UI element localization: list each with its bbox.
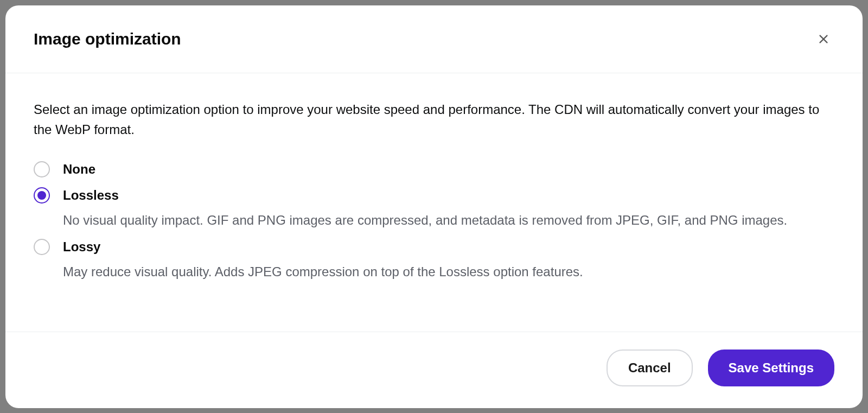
- close-button[interactable]: [813, 28, 834, 50]
- option-lossless[interactable]: Lossless No visual quality impact. GIF a…: [34, 187, 834, 230]
- option-content: None: [63, 161, 834, 177]
- option-content: Lossy May reduce visual quality. Adds JP…: [63, 239, 834, 281]
- modal-footer: Cancel Save Settings: [5, 332, 863, 408]
- option-desc-lossy: May reduce visual quality. Adds JPEG com…: [63, 263, 817, 281]
- modal-header: Image optimization: [5, 5, 863, 73]
- option-label-lossy: Lossy: [63, 239, 834, 255]
- option-none[interactable]: None: [34, 161, 834, 177]
- radio-lossy[interactable]: [34, 239, 50, 255]
- save-settings-button[interactable]: Save Settings: [708, 350, 834, 386]
- modal-body: Select an image optimization option to i…: [5, 73, 863, 332]
- close-icon: [818, 33, 829, 45]
- cancel-button[interactable]: Cancel: [607, 350, 693, 386]
- option-label-none: None: [63, 161, 834, 177]
- option-lossy[interactable]: Lossy May reduce visual quality. Adds JP…: [34, 239, 834, 281]
- radio-lossless[interactable]: [34, 187, 50, 204]
- option-label-lossless: Lossless: [63, 187, 834, 204]
- radio-none[interactable]: [34, 161, 50, 177]
- image-optimization-modal: Image optimization Select an image optim…: [5, 5, 863, 408]
- option-content: Lossless No visual quality impact. GIF a…: [63, 187, 834, 230]
- modal-description: Select an image optimization option to i…: [34, 99, 820, 139]
- option-desc-lossless: No visual quality impact. GIF and PNG im…: [63, 211, 817, 230]
- modal-title: Image optimization: [34, 30, 181, 48]
